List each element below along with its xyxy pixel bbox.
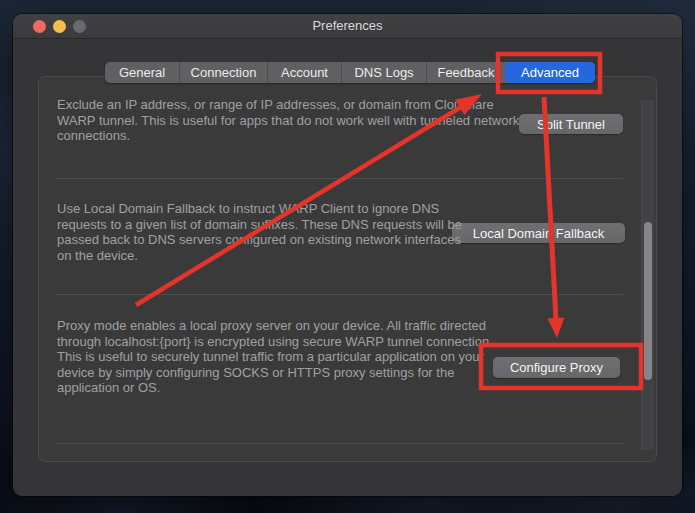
window-title: Preferences (13, 14, 682, 38)
close-button[interactable] (33, 20, 46, 33)
tab-feedback[interactable]: Feedback (427, 62, 505, 83)
scrollbar-thumb[interactable] (644, 222, 652, 380)
split-tunnel-description: Exclude an IP address, or range of IP ad… (57, 97, 529, 144)
section-divider (55, 294, 623, 295)
minimize-button[interactable] (53, 20, 66, 33)
zoom-button-disabled (73, 20, 86, 33)
traffic-lights (33, 20, 86, 33)
configure-proxy-button[interactable]: Configure Proxy (493, 357, 620, 378)
configure-proxy-description: Proxy mode enables a local proxy server … (57, 318, 507, 396)
tab-account[interactable]: Account (268, 62, 342, 83)
preferences-window: Preferences General Connection Account D… (13, 14, 682, 496)
split-tunnel-button[interactable]: Split Tunnel (519, 114, 623, 134)
tab-advanced[interactable]: Advanced (505, 62, 595, 83)
tab-dns-logs[interactable]: DNS Logs (342, 62, 427, 83)
section-divider (55, 178, 623, 179)
scrollbar-track[interactable] (641, 100, 654, 450)
local-domain-fallback-description: Use Local Domain Fallback to instruct WA… (57, 201, 477, 263)
section-divider (55, 443, 623, 444)
tab-connection[interactable]: Connection (180, 62, 268, 83)
tab-bar: General Connection Account DNS Logs Feed… (105, 62, 595, 83)
local-domain-fallback-button[interactable]: Local Domain Fallback (452, 223, 625, 243)
tab-general[interactable]: General (105, 62, 180, 83)
titlebar[interactable]: Preferences (13, 14, 682, 39)
